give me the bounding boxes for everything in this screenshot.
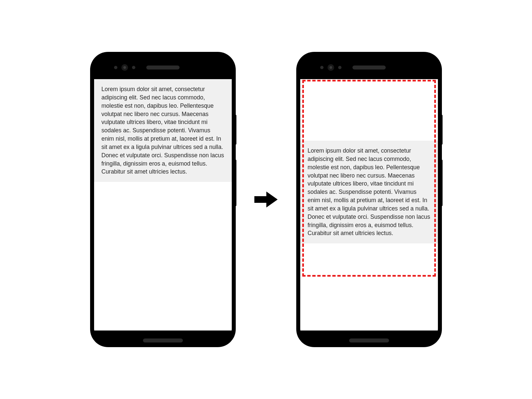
sensor-dot-icon [114,66,117,69]
content-text-block: Lorem ipsum dolor sit amet, consectetur … [94,79,232,182]
phone-sensors [320,64,341,71]
side-button-lower [441,160,443,206]
phone-mockup-left: Lorem ipsum dolor sit amet, consectetur … [91,53,234,346]
phone-inner: Lorem ipsum dolor sit amet, consectetur … [300,56,438,343]
sensor-dot-icon [132,66,135,69]
phone-screen-left: Lorem ipsum dolor sit amet, consectetur … [94,79,232,331]
lorem-text: Lorem ipsum dolor sit amet, consectetur … [101,86,224,175]
phone-mockup-right: Lorem ipsum dolor sit amet, consectetur … [298,53,441,346]
arrow-right-icon [254,190,278,209]
phone-sensors [114,64,135,71]
sensor-dot-icon [338,66,341,69]
speaker-slot-icon [146,66,180,69]
sensor-dot-icon [320,66,324,69]
transition-arrow [254,190,278,209]
phone-screen-right: Lorem ipsum dolor sit amet, consectetur … [300,79,438,331]
front-camera-icon [121,64,128,71]
phone-inner: Lorem ipsum dolor sit amet, consectetur … [94,56,232,343]
phone-bottom-bezel [94,331,232,343]
speaker-slot-icon [352,66,386,69]
front-camera-icon [328,64,334,71]
phone-bottom-bezel [300,331,438,343]
phone-top-bezel [300,56,438,79]
home-slot-icon [349,338,389,342]
side-button-lower [234,160,236,206]
side-button-upper [234,115,236,145]
phone-top-bezel [94,56,232,79]
side-button-upper [441,115,443,145]
lorem-text: Lorem ipsum dolor sit amet, consectetur … [308,147,430,236]
content-text-block: Lorem ipsum dolor sit amet, consectetur … [300,141,438,243]
home-slot-icon [143,338,183,342]
